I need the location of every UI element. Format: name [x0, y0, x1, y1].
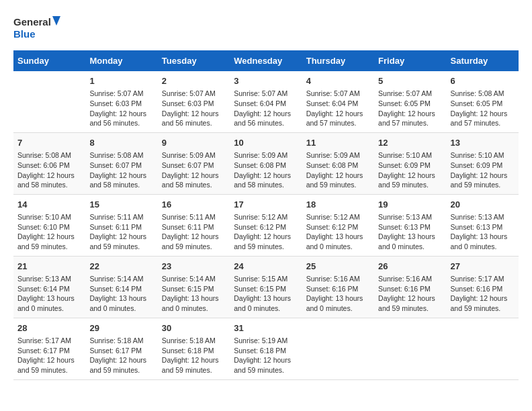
day-info: Sunrise: 5:08 AM Sunset: 6:07 PM Dayligh… — [89, 150, 153, 190]
day-number: 21 — [17, 261, 81, 273]
day-number: 30 — [162, 322, 226, 334]
calendar-cell: 17Sunrise: 5:12 AM Sunset: 6:12 PM Dayli… — [230, 194, 302, 256]
calendar-cell: 9Sunrise: 5:09 AM Sunset: 6:07 PM Daylig… — [158, 132, 230, 194]
day-info: Sunrise: 5:10 AM Sunset: 6:09 PM Dayligh… — [451, 150, 515, 190]
calendar-cell: 1Sunrise: 5:07 AM Sunset: 6:03 PM Daylig… — [85, 71, 157, 132]
calendar-cell: 27Sunrise: 5:17 AM Sunset: 6:16 PM Dayli… — [447, 256, 519, 318]
svg-text:Blue: Blue — [13, 28, 36, 40]
day-info: Sunrise: 5:07 AM Sunset: 6:03 PM Dayligh… — [89, 89, 153, 128]
calendar-week-4: 21Sunrise: 5:13 AM Sunset: 6:14 PM Dayli… — [13, 256, 519, 318]
day-info: Sunrise: 5:17 AM Sunset: 6:17 PM Dayligh… — [17, 336, 81, 375]
calendar-cell: 10Sunrise: 5:09 AM Sunset: 6:08 PM Dayli… — [230, 132, 302, 194]
day-number: 29 — [89, 322, 153, 334]
calendar-cell: 19Sunrise: 5:13 AM Sunset: 6:13 PM Dayli… — [374, 194, 446, 256]
day-number: 17 — [234, 199, 298, 211]
calendar-cell — [302, 318, 374, 379]
calendar-cell: 31Sunrise: 5:19 AM Sunset: 6:18 PM Dayli… — [230, 318, 302, 379]
day-info: Sunrise: 5:13 AM Sunset: 6:14 PM Dayligh… — [17, 274, 81, 314]
day-number: 4 — [306, 75, 370, 87]
calendar-cell: 16Sunrise: 5:11 AM Sunset: 6:11 PM Dayli… — [158, 194, 230, 256]
day-info: Sunrise: 5:16 AM Sunset: 6:16 PM Dayligh… — [378, 274, 442, 314]
day-number: 20 — [451, 199, 515, 211]
calendar-cell: 2Sunrise: 5:07 AM Sunset: 6:03 PM Daylig… — [158, 71, 230, 132]
header-row: SundayMondayTuesdayWednesdayThursdayFrid… — [13, 50, 519, 71]
calendar-cell: 12Sunrise: 5:10 AM Sunset: 6:09 PM Dayli… — [374, 132, 446, 194]
calendar-cell — [13, 71, 85, 132]
header-day-tuesday: Tuesday — [158, 50, 230, 71]
calendar-cell: 8Sunrise: 5:08 AM Sunset: 6:07 PM Daylig… — [85, 132, 157, 194]
day-number: 3 — [234, 75, 298, 87]
day-number: 25 — [306, 261, 370, 273]
day-number: 16 — [162, 199, 226, 211]
day-number: 2 — [162, 75, 226, 87]
calendar-body: 1Sunrise: 5:07 AM Sunset: 6:03 PM Daylig… — [13, 71, 519, 379]
day-info: Sunrise: 5:07 AM Sunset: 6:03 PM Dayligh… — [162, 89, 226, 128]
day-number: 31 — [234, 322, 298, 334]
calendar-cell: 18Sunrise: 5:12 AM Sunset: 6:12 PM Dayli… — [302, 194, 374, 256]
calendar-cell: 11Sunrise: 5:09 AM Sunset: 6:08 PM Dayli… — [302, 132, 374, 194]
day-info: Sunrise: 5:07 AM Sunset: 6:05 PM Dayligh… — [378, 89, 442, 128]
svg-marker-2 — [52, 16, 60, 26]
calendar-cell — [374, 318, 446, 379]
day-info: Sunrise: 5:14 AM Sunset: 6:15 PM Dayligh… — [162, 274, 226, 314]
calendar-cell: 7Sunrise: 5:08 AM Sunset: 6:06 PM Daylig… — [13, 132, 85, 194]
header-day-thursday: Thursday — [302, 50, 374, 71]
day-info: Sunrise: 5:11 AM Sunset: 6:11 PM Dayligh… — [89, 212, 153, 252]
header-day-wednesday: Wednesday — [230, 50, 302, 71]
day-info: Sunrise: 5:09 AM Sunset: 6:08 PM Dayligh… — [306, 150, 370, 190]
header-day-sunday: Sunday — [13, 50, 85, 71]
day-number: 12 — [378, 137, 442, 149]
calendar-cell: 23Sunrise: 5:14 AM Sunset: 6:15 PM Dayli… — [158, 256, 230, 318]
header-day-friday: Friday — [374, 50, 446, 71]
day-info: Sunrise: 5:12 AM Sunset: 6:12 PM Dayligh… — [306, 212, 370, 252]
calendar-week-2: 7Sunrise: 5:08 AM Sunset: 6:06 PM Daylig… — [13, 132, 519, 194]
logo-svg: General Blue — [13, 13, 60, 44]
calendar-week-3: 14Sunrise: 5:10 AM Sunset: 6:10 PM Dayli… — [13, 194, 519, 256]
calendar-cell: 5Sunrise: 5:07 AM Sunset: 6:05 PM Daylig… — [374, 71, 446, 132]
calendar-cell: 4Sunrise: 5:07 AM Sunset: 6:04 PM Daylig… — [302, 71, 374, 132]
calendar-cell: 24Sunrise: 5:15 AM Sunset: 6:15 PM Dayli… — [230, 256, 302, 318]
day-number: 11 — [306, 137, 370, 149]
calendar-cell: 20Sunrise: 5:13 AM Sunset: 6:13 PM Dayli… — [447, 194, 519, 256]
calendar-week-5: 28Sunrise: 5:17 AM Sunset: 6:17 PM Dayli… — [13, 318, 519, 379]
calendar-cell: 15Sunrise: 5:11 AM Sunset: 6:11 PM Dayli… — [85, 194, 157, 256]
day-number: 8 — [89, 137, 153, 149]
calendar-table: SundayMondayTuesdayWednesdayThursdayFrid… — [13, 50, 519, 380]
calendar-header: SundayMondayTuesdayWednesdayThursdayFrid… — [13, 50, 519, 71]
day-info: Sunrise: 5:11 AM Sunset: 6:11 PM Dayligh… — [162, 212, 226, 252]
day-number: 9 — [162, 137, 226, 149]
day-info: Sunrise: 5:08 AM Sunset: 6:06 PM Dayligh… — [17, 150, 81, 190]
day-number: 27 — [451, 261, 515, 273]
calendar-cell: 30Sunrise: 5:18 AM Sunset: 6:18 PM Dayli… — [158, 318, 230, 379]
calendar-cell: 13Sunrise: 5:10 AM Sunset: 6:09 PM Dayli… — [447, 132, 519, 194]
calendar-cell: 25Sunrise: 5:16 AM Sunset: 6:16 PM Dayli… — [302, 256, 374, 318]
day-info: Sunrise: 5:14 AM Sunset: 6:14 PM Dayligh… — [89, 274, 153, 314]
logo: General Blue — [13, 13, 60, 44]
day-info: Sunrise: 5:09 AM Sunset: 6:08 PM Dayligh… — [234, 150, 298, 190]
calendar-cell: 14Sunrise: 5:10 AM Sunset: 6:10 PM Dayli… — [13, 194, 85, 256]
day-number: 7 — [17, 137, 81, 149]
day-number: 15 — [89, 199, 153, 211]
day-info: Sunrise: 5:10 AM Sunset: 6:09 PM Dayligh… — [378, 150, 442, 190]
day-info: Sunrise: 5:13 AM Sunset: 6:13 PM Dayligh… — [378, 212, 442, 252]
calendar-cell: 3Sunrise: 5:07 AM Sunset: 6:04 PM Daylig… — [230, 71, 302, 132]
day-number: 10 — [234, 137, 298, 149]
svg-text:General: General — [13, 16, 51, 28]
day-info: Sunrise: 5:17 AM Sunset: 6:16 PM Dayligh… — [451, 274, 515, 314]
calendar-cell: 26Sunrise: 5:16 AM Sunset: 6:16 PM Dayli… — [374, 256, 446, 318]
day-info: Sunrise: 5:18 AM Sunset: 6:17 PM Dayligh… — [89, 336, 153, 375]
day-info: Sunrise: 5:09 AM Sunset: 6:07 PM Dayligh… — [162, 150, 226, 190]
day-info: Sunrise: 5:15 AM Sunset: 6:15 PM Dayligh… — [234, 274, 298, 314]
calendar-cell: 6Sunrise: 5:08 AM Sunset: 6:05 PM Daylig… — [447, 71, 519, 132]
day-number: 14 — [17, 199, 81, 211]
day-info: Sunrise: 5:07 AM Sunset: 6:04 PM Dayligh… — [306, 89, 370, 128]
day-number: 23 — [162, 261, 226, 273]
day-number: 6 — [451, 75, 515, 87]
header-day-monday: Monday — [85, 50, 157, 71]
day-number: 19 — [378, 199, 442, 211]
calendar-week-1: 1Sunrise: 5:07 AM Sunset: 6:03 PM Daylig… — [13, 71, 519, 132]
day-number: 24 — [234, 261, 298, 273]
day-number: 26 — [378, 261, 442, 273]
calendar-cell: 22Sunrise: 5:14 AM Sunset: 6:14 PM Dayli… — [85, 256, 157, 318]
day-info: Sunrise: 5:08 AM Sunset: 6:05 PM Dayligh… — [451, 89, 515, 128]
